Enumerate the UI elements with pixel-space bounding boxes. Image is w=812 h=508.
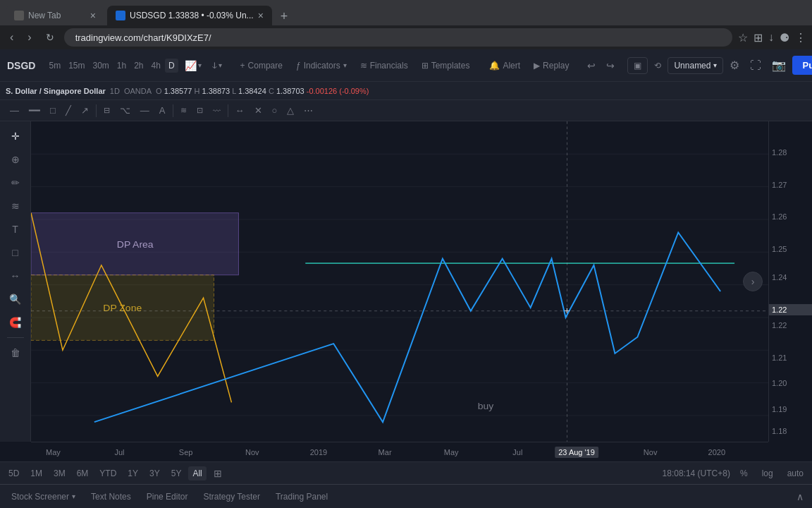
draw-line-btn[interactable]: —: [6, 103, 23, 118]
address-bar[interactable]: [64, 28, 732, 47]
undo-button[interactable]: ↩: [583, 57, 600, 74]
tab-close-1[interactable]: ×: [90, 11, 96, 20]
sidebar-text-btn[interactable]: T: [5, 219, 26, 240]
browser-extensions[interactable]: ⊞: [753, 31, 763, 44]
browser-toolbar: ‹ › ↻ ☆ ⊞ ↓ ⚈ ⋮: [0, 25, 812, 49]
browser-bookmark[interactable]: ☆: [738, 31, 748, 44]
range-5d[interactable]: 5D: [4, 466, 23, 480]
close-label: C: [269, 87, 274, 95]
bar-type-btn[interactable]: ↆ ▾: [208, 58, 226, 73]
scroll-right-button[interactable]: ›: [743, 272, 763, 291]
draw-rect-btn[interactable]: □: [46, 103, 60, 118]
range-6m[interactable]: 6M: [73, 466, 93, 480]
browser-download[interactable]: ↓: [768, 31, 774, 44]
range-1y[interactable]: 1Y: [123, 466, 142, 480]
sidebar-cursor-btn[interactable]: ✛: [5, 126, 26, 147]
sidebar-zoom-btn[interactable]: 🔍: [5, 289, 26, 310]
sidebar-shape-btn[interactable]: □: [5, 242, 26, 263]
browser-tab-inactive[interactable]: New Tab ×: [6, 6, 104, 25]
financials-button[interactable]: ≋ Financials: [355, 58, 414, 73]
draw-fib-btn[interactable]: ≋: [176, 104, 191, 117]
chart-type-btn[interactable]: 📈 ▾: [180, 58, 206, 73]
templates-button[interactable]: ⊞ Templates: [416, 58, 476, 73]
range-all[interactable]: All: [188, 466, 206, 480]
sidebar-fib-btn[interactable]: ≋: [5, 195, 26, 217]
bottom-tab-notes[interactable]: Text Notes: [84, 488, 138, 505]
range-1m[interactable]: 1M: [26, 466, 47, 480]
tf-4h[interactable]: 4h: [148, 59, 164, 73]
bottom-tab-strategy[interactable]: Strategy Tester: [196, 488, 266, 505]
collapse-panel-btn[interactable]: ∧: [792, 488, 808, 505]
draw-channel-btn[interactable]: ⊟: [99, 104, 114, 117]
compare-button[interactable]: + Compare: [235, 58, 288, 73]
new-tab-button[interactable]: +: [275, 7, 294, 25]
sync-button[interactable]: ⟲: [650, 58, 665, 73]
redo-button[interactable]: ↪: [602, 57, 619, 74]
price-level-1.28: 1.28: [769, 147, 789, 158]
price-axis[interactable]: 1.28 1.27 1.26 1.25 1.24 1.22 1.22 1.21 …: [768, 121, 812, 442]
draw-measure-btn[interactable]: ↔: [231, 103, 249, 118]
layout-button[interactable]: ▣: [627, 57, 648, 74]
settings-button[interactable]: ⚙: [725, 56, 744, 75]
screenshot-button[interactable]: 📷: [768, 56, 790, 75]
sidebar-draw-btn[interactable]: ✏: [5, 172, 26, 193]
unnamed-button[interactable]: Unnamed ▾: [668, 57, 723, 74]
sidebar-magnet-btn[interactable]: 🧲: [5, 312, 26, 333]
compare-chart-btn[interactable]: ⊞: [209, 466, 226, 481]
tf-30m[interactable]: 30m: [89, 59, 112, 73]
sidebar-trash-btn[interactable]: 🗑: [5, 342, 26, 363]
svg-text:+: +: [564, 305, 570, 316]
tf-1h[interactable]: 1h: [113, 59, 130, 73]
draw-wave-btn[interactable]: 〰: [209, 104, 225, 117]
bottom-tab-trading[interactable]: Trading Panel: [269, 488, 335, 505]
draw-pitchfork-btn[interactable]: ⌥: [116, 103, 135, 118]
sidebar-crosshair-btn[interactable]: ⊕: [5, 149, 26, 170]
draw-ellipse-btn[interactable]: ○: [268, 103, 282, 118]
bottom-tab-pine[interactable]: Pine Editor: [140, 488, 195, 505]
draw-hline-btn[interactable]: ━━: [25, 103, 44, 118]
screener-label: Stock Screener: [11, 492, 69, 502]
draw-more-btn[interactable]: ⋯: [300, 103, 317, 118]
tf-15m[interactable]: 15m: [65, 59, 88, 73]
compare-label: Compare: [248, 61, 283, 71]
tf-2h[interactable]: 2h: [130, 59, 147, 73]
tf-5m[interactable]: 5m: [45, 59, 64, 73]
browser-menu[interactable]: ⋮: [795, 31, 806, 44]
indicators-button[interactable]: ƒ Indicators ▾: [290, 58, 352, 73]
main-area: ✛ ⊕ ✏ ≋ T □ ↔ 🔍 🧲 🗑: [0, 121, 812, 442]
alert-button[interactable]: 🔔 Alert: [484, 58, 526, 73]
nav-reload[interactable]: ↻: [42, 30, 59, 44]
bottom-tab-screener[interactable]: Stock Screener ▾: [4, 488, 82, 505]
draw-arrow-btn[interactable]: ↗: [77, 103, 93, 118]
draw-gann-btn[interactable]: ⊡: [192, 104, 207, 117]
symbol-info: DSGD: [4, 60, 38, 71]
percent-btn[interactable]: %: [736, 466, 752, 480]
range-ytd[interactable]: YTD: [95, 466, 121, 480]
tab-favicon-1: [14, 11, 24, 20]
browser-tab-active[interactable]: USDSGD 1.33838 • -0.03% Un... ×: [107, 6, 272, 25]
price-level-1.19: 1.19: [769, 404, 789, 415]
change-pct: (-0.09%): [339, 87, 369, 95]
nav-back[interactable]: ‹: [6, 30, 18, 45]
publish-button[interactable]: Publish: [792, 56, 812, 75]
templates-icon: ⊞: [422, 61, 429, 71]
draw-text-btn[interactable]: A: [155, 103, 170, 118]
log-btn[interactable]: log: [758, 466, 777, 480]
sidebar-measure-btn[interactable]: ↔: [5, 265, 26, 286]
chart-area[interactable]: DP Area DP Zone + buy: [31, 121, 768, 442]
nav-forward[interactable]: ›: [23, 30, 35, 45]
range-3y[interactable]: 3Y: [145, 466, 164, 480]
fullscreen-button[interactable]: ⛶: [746, 56, 765, 75]
draw-brush-btn[interactable]: —: [136, 103, 154, 118]
draw-cross-btn[interactable]: ✕: [250, 103, 266, 118]
range-5y[interactable]: 5Y: [167, 466, 186, 480]
draw-ray-btn[interactable]: ╱: [61, 103, 75, 118]
draw-triangle-btn[interactable]: △: [283, 103, 298, 118]
auto-btn[interactable]: auto: [783, 466, 808, 480]
chart-svg: DP Area DP Zone + buy: [31, 121, 768, 442]
range-3m[interactable]: 3M: [49, 466, 70, 480]
tf-D[interactable]: D: [165, 59, 178, 73]
replay-button[interactable]: ▶ Replay: [528, 58, 574, 73]
browser-profile[interactable]: ⚈: [780, 31, 789, 44]
tab-close-2[interactable]: ×: [258, 11, 264, 20]
